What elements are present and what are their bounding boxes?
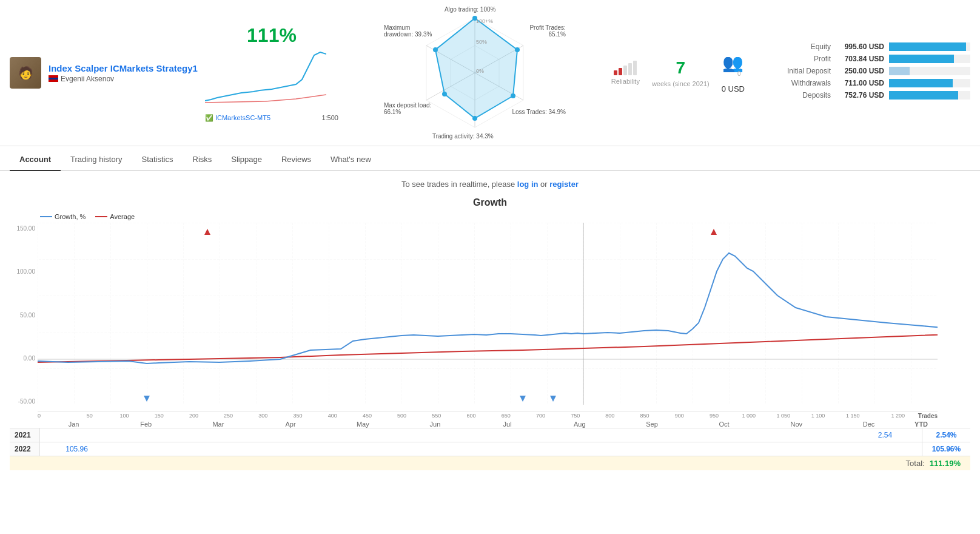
bar5	[633, 61, 637, 75]
tab-reviews[interactable]: Reviews	[272, 149, 321, 171]
year-2021-dec: 2.54	[848, 428, 922, 442]
legend-growth-label: Growth, %	[55, 213, 86, 220]
growth-chart-svg: Trades	[38, 223, 938, 411]
year-2022-months: 105.96	[40, 442, 922, 456]
year-2022-label: 2022	[10, 442, 40, 456]
profit-bar	[889, 55, 954, 63]
equity-value: 995.60 USD	[836, 42, 884, 51]
initial-deposit-row: Initial Deposit 250.00 USD	[764, 67, 970, 75]
svg-point-12	[511, 93, 515, 98]
svg-rect-19	[38, 223, 938, 405]
month-jul: Jul	[471, 421, 543, 428]
author-name: Evgenii Aksenov	[61, 75, 114, 83]
tab-trading-history[interactable]: Trading history	[61, 149, 132, 171]
radar-label-algo: Algo trading: 100%	[445, 6, 496, 13]
verified-icon: ✅	[205, 114, 213, 122]
login-link[interactable]: log in	[517, 180, 539, 189]
header: 🧑 Index Scalper ICMarkets Strategy1 Evge…	[0, 0, 980, 146]
profit-value: 703.84 USD	[836, 55, 884, 63]
month-jun: Jun	[399, 421, 471, 428]
svg-text:0%: 0%	[476, 68, 484, 74]
chart-legend: Growth, % Average	[10, 213, 970, 220]
total-row: Total: 111.19%	[10, 456, 970, 470]
tab-account[interactable]: Account	[10, 149, 61, 171]
initial-deposit-label: Initial Deposit	[764, 67, 831, 75]
svg-point-11	[515, 47, 520, 52]
year-2021-row: 2021 2.54 2.54%	[10, 428, 970, 442]
initial-deposit-bar-container	[889, 67, 970, 75]
deposits-label: Deposits	[764, 91, 831, 100]
radar-label-deposit: Max deposit load: 66.1%	[384, 102, 438, 115]
flag-icon	[49, 75, 58, 82]
tabs-bar: Account Trading history Statistics Risks…	[0, 149, 980, 171]
deposits-value: 752.76 USD	[836, 91, 884, 100]
subscribers-count: 0	[737, 70, 741, 77]
year-2021-months: 2.54	[40, 428, 922, 442]
y-label-neg50: -50.00	[10, 398, 35, 405]
usd-value: 0 USD	[722, 84, 745, 93]
mini-chart-svg	[205, 49, 326, 110]
reliability-label: Reliability	[611, 78, 640, 85]
radar-label-loss: Loss Trades: 34.9%	[511, 109, 566, 115]
bar4	[628, 63, 632, 75]
strategy-info: Index Scalper ICMarkets Strategy1 Evgeni…	[49, 63, 198, 83]
year-2021-label: 2021	[10, 428, 40, 442]
initial-deposit-value: 250.00 USD	[836, 67, 884, 75]
legend-growth: Growth, %	[40, 213, 86, 220]
tab-slippage[interactable]: Slippage	[221, 149, 272, 171]
month-nov: Nov	[760, 421, 833, 428]
svg-point-14	[442, 92, 447, 96]
leverage: 1:500	[321, 114, 338, 121]
equity-bar	[889, 42, 966, 51]
month-oct: Oct	[688, 421, 760, 428]
bar1	[614, 70, 617, 75]
svg-text:100+%: 100+%	[476, 18, 493, 24]
svg-text:50%: 50%	[476, 39, 487, 45]
register-link[interactable]: register	[549, 180, 579, 189]
subscribers-item: 👥 0 0 USD	[722, 53, 745, 93]
month-may: May	[327, 421, 399, 428]
deposits-bar	[889, 91, 958, 100]
year-2022-ytd: 105.96%	[922, 442, 970, 456]
mini-chart-section: 111% ✅ ICMarketsSC-MT5 1:500	[205, 24, 338, 122]
y-axis-labels: 150.00 100.00 50.00 0.00 -50.00	[10, 223, 38, 405]
svg-point-13	[472, 116, 477, 121]
legend-growth-color	[40, 216, 52, 217]
month-aug: Aug	[543, 421, 616, 428]
y-label-0: 0.00	[10, 355, 35, 362]
radar-chart: 50% 100+% 0% Algo trading: 100% Profit T…	[384, 6, 566, 140]
y-label-100: 100.00	[10, 268, 35, 275]
withdrawals-value: 711.00 USD	[836, 79, 884, 87]
total-label: Total:	[906, 459, 925, 468]
realtime-notice: To see trades in realtime, please log in…	[0, 171, 980, 197]
broker-name: ✅ ICMarketsSC-MT5	[205, 114, 270, 122]
tab-risks[interactable]: Risks	[183, 149, 222, 171]
avatar-image: 🧑	[10, 57, 41, 89]
deposits-row: Deposits 752.76 USD	[764, 91, 970, 100]
year-2022-jan: 105.96	[40, 442, 113, 456]
strategy-name[interactable]: Index Scalper ICMarkets Strategy1	[49, 63, 198, 73]
legend-average-color	[95, 216, 107, 217]
y-label-50: 50.00	[10, 312, 35, 319]
weeks-value: 7	[676, 58, 686, 78]
initial-deposit-bar	[889, 67, 910, 75]
withdrawals-row: Withdrawals 711.00 USD	[764, 79, 970, 87]
total-value: 111.19%	[930, 459, 961, 468]
withdrawals-label: Withdrawals	[764, 79, 831, 87]
author-info: Evgenii Aksenov	[49, 75, 198, 83]
growth-chart-title: Growth	[10, 197, 970, 208]
legend-average-label: Average	[110, 213, 135, 220]
month-jan: Jan	[38, 421, 110, 428]
chart-wrapper: 150.00 100.00 50.00 0.00 -50.00	[10, 223, 970, 428]
tab-whats-new[interactable]: What's new	[321, 149, 381, 171]
profit-label: Profit	[764, 55, 831, 63]
withdrawals-bar-container	[889, 79, 970, 87]
equity-bar-container	[889, 42, 970, 51]
profit-bar-container	[889, 55, 970, 63]
tab-statistics[interactable]: Statistics	[132, 149, 183, 171]
reliability-section: Reliability 7 weeks (since 2021) 👥 0 0 U…	[611, 53, 745, 93]
profit-row: Profit 703.84 USD	[764, 55, 970, 63]
radar-label-trading: Trading activity: 34.3%	[432, 133, 494, 140]
broker-info: ✅ ICMarketsSC-MT5 1:500	[205, 114, 338, 122]
month-feb: Feb	[110, 421, 182, 428]
